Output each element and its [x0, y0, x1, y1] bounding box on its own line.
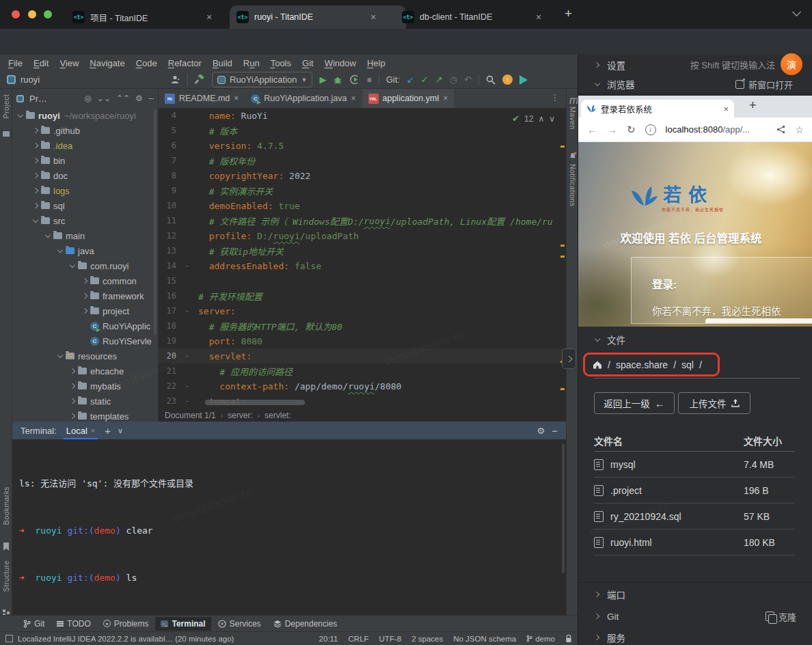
tree-item-java[interactable]: java	[12, 243, 158, 258]
schema-setting[interactable]: No JSON schema	[453, 635, 516, 643]
browser-tab-ruoyi[interactable]: <t> ruoyi - TitanIDE ×	[230, 5, 406, 29]
back-icon[interactable]: ←	[587, 124, 597, 135]
terminal-tab-local[interactable]: Local×	[64, 422, 98, 439]
file-row-mysql[interactable]: mysql7.4 MB	[594, 452, 795, 478]
tree-item-idea[interactable]: .idea	[12, 138, 158, 153]
run-with-coverage-icon[interactable]	[349, 74, 360, 85]
close-tab-icon[interactable]: ×	[351, 94, 355, 103]
git-section-header[interactable]: Git 克隆	[578, 605, 812, 627]
tree-item-resources[interactable]: resources	[12, 348, 158, 363]
tree-item-src[interactable]: src	[12, 213, 158, 228]
new-terminal-session-icon[interactable]: +	[105, 425, 111, 437]
tree-item-common[interactable]: common	[12, 273, 158, 288]
expand-panel-chevron-button[interactable]	[562, 348, 576, 369]
menu-navigate[interactable]: Navigate	[84, 58, 130, 68]
git-clone-button[interactable]: 克隆	[766, 610, 796, 623]
git-update-icon[interactable]: ↙	[407, 74, 414, 85]
run-config-select[interactable]: RuoYiApplication ▼	[212, 72, 312, 87]
terminal-dropdown-chevron-icon[interactable]: ∨	[118, 426, 123, 435]
code-pane[interactable]: 4 name: RuoYi 5 # 版本 6 version: 4.7.5 7 …	[159, 108, 566, 409]
cursor-position[interactable]: 20:11	[319, 635, 338, 643]
file-breadcrumb[interactable]: / space.share / sql /	[583, 353, 720, 376]
maximize-window-button[interactable]	[44, 10, 52, 18]
file-row-ruoyi-html[interactable]: ruoyi.html180 KB	[594, 530, 795, 555]
menu-code[interactable]: Code	[131, 58, 163, 68]
warning-stripe-mark[interactable]	[560, 388, 565, 390]
event-log-icon[interactable]	[5, 635, 13, 642]
share-nodes-icon[interactable]	[776, 125, 785, 134]
file-encoding[interactable]: UTF-8	[379, 635, 402, 643]
close-tab-icon[interactable]: ×	[534, 12, 543, 23]
bookmark-icon[interactable]	[3, 543, 10, 551]
terminal-scrollbar[interactable]	[562, 443, 565, 573]
file-row-project[interactable]: .project196 B	[594, 478, 795, 504]
new-tab-icon[interactable]: +	[749, 98, 757, 113]
warning-stripe-mark[interactable]	[560, 256, 565, 258]
git-push-icon[interactable]: ↗	[435, 74, 443, 85]
hide-panel-icon[interactable]: −	[148, 93, 154, 104]
tree-item-main[interactable]: main	[12, 228, 158, 243]
menu-run[interactable]: Run	[238, 58, 265, 68]
embedded-browser-tab[interactable]: 登录若依系统 ×	[581, 100, 734, 118]
menu-view[interactable]: View	[54, 58, 84, 68]
collapse-all-icon[interactable]: ⌃⌃	[116, 94, 130, 103]
close-window-button[interactable]	[12, 10, 20, 18]
menu-build[interactable]: Build	[207, 58, 238, 68]
tree-item-ehcache[interactable]: ehcache	[12, 363, 158, 379]
services-section-header[interactable]: 服务	[578, 627, 812, 645]
editor-tabs-menu-kebab-icon[interactable]: ⋮	[544, 89, 567, 108]
ports-section-header[interactable]: 端口	[578, 582, 812, 605]
close-tab-icon[interactable]: ×	[443, 94, 448, 103]
tree-item-ruoyiservlet[interactable]: CRuoYiServle	[12, 333, 158, 348]
toolwindow-dependencies[interactable]: Dependencies	[268, 617, 343, 631]
info-icon[interactable]: i	[645, 124, 656, 135]
editor-tab-ruoyiapplication[interactable]: CRuoYiApplication.java×	[245, 89, 362, 108]
toolwindow-terminal[interactable]: ›_Terminal	[155, 617, 211, 631]
toolwindow-todo[interactable]: TODO	[51, 617, 96, 631]
toolwindow-git[interactable]: Git	[18, 617, 50, 631]
tree-item-root[interactable]: ruoyi~/workspace/ruoyi	[12, 108, 158, 123]
titanide-run-logo-icon[interactable]	[519, 75, 528, 85]
browser-tab-project[interactable]: <t> 项目 - TitanIDE ×	[66, 5, 242, 29]
tree-item-mybatis[interactable]: mybatis	[12, 379, 158, 394]
minimize-window-button[interactable]	[28, 10, 36, 18]
terminal-output[interactable]: ls: 无法访问 'sq': 没有那个文件或目录 ➜ ruoyi git:(de…	[12, 439, 566, 645]
toolwindow-services[interactable]: Services	[213, 617, 267, 631]
hide-terminal-icon[interactable]: −	[552, 425, 558, 437]
tree-item-doc[interactable]: doc	[12, 168, 158, 183]
tree-item-templates[interactable]: templates	[12, 409, 158, 422]
menu-edit[interactable]: Edit	[28, 58, 54, 68]
menu-window[interactable]: Window	[319, 58, 362, 68]
terminal-settings-gear-icon[interactable]: ⚙	[537, 426, 545, 436]
notifications-bell-icon[interactable]	[569, 152, 577, 160]
login-input[interactable]	[705, 318, 812, 323]
menu-git[interactable]: Git	[297, 58, 319, 68]
toolwindow-problems[interactable]: ●Problems	[98, 617, 154, 631]
next-problem-icon[interactable]: ∨	[549, 114, 555, 124]
toolwindow-maven-tab[interactable]: Maven	[569, 107, 577, 130]
close-tab-icon[interactable]: ×	[91, 426, 95, 435]
settings-section-header[interactable]: 设置 按 Shift 键切换输入法 演	[578, 55, 812, 74]
debug-bug-icon[interactable]	[333, 75, 342, 85]
upload-file-button[interactable]: 上传文件	[678, 392, 750, 414]
embedded-url[interactable]: localhost:8080/app/...	[666, 124, 750, 135]
project-scrollbar[interactable]	[154, 109, 157, 335]
browser-section-header[interactable]: 浏览器 新窗口打开	[578, 74, 812, 94]
forward-icon[interactable]: →	[607, 124, 617, 135]
browser-tab-db-client[interactable]: <t> db-client - TitanIDE ×	[395, 5, 570, 29]
update-available-icon[interactable]: ↑	[502, 74, 513, 85]
panel-settings-gear-icon[interactable]: ⚙	[135, 94, 143, 103]
editor-tab-readme[interactable]: MDREADME.md×	[159, 89, 245, 108]
menu-file[interactable]: File	[3, 58, 28, 68]
tree-item-framework[interactable]: framework	[12, 288, 158, 303]
close-tab-icon[interactable]: ×	[205, 12, 213, 23]
status-message[interactable]: Localized IntelliJ IDEA 2022.2.2 is avai…	[18, 635, 234, 643]
open-new-window-button[interactable]: 新窗口打开	[735, 78, 793, 91]
back-parent-button[interactable]: 返回上一级←	[594, 392, 675, 414]
warning-stripe-mark[interactable]	[560, 245, 565, 247]
menu-tools[interactable]: Tools	[265, 58, 297, 68]
reload-icon[interactable]: ↻	[627, 124, 636, 136]
git-branch-widget[interactable]: demo	[526, 635, 555, 643]
readonly-lock-icon[interactable]	[565, 635, 572, 643]
toolwindow-structure-tab[interactable]: Structure	[2, 560, 10, 592]
